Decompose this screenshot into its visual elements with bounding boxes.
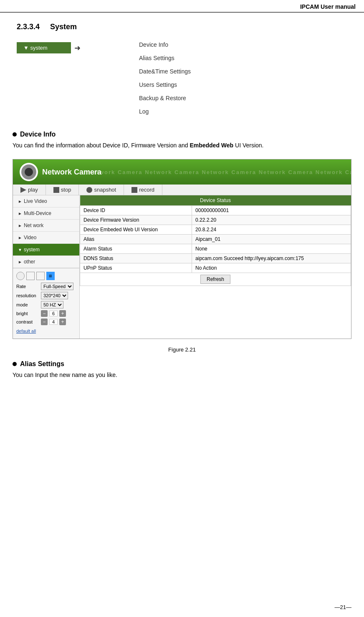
camera-logo (20, 163, 38, 181)
device-status-table: Device Status Device ID000000000001Devic… (80, 195, 351, 286)
sidebar-label-other: other (24, 259, 35, 265)
record-button[interactable]: record (124, 185, 162, 195)
snapshot-label: snapshot (94, 187, 116, 193)
stop-icon (53, 187, 59, 193)
menu-item-alias-settings[interactable]: Alias Settings (139, 51, 191, 65)
record-label: record (139, 187, 154, 193)
rate-control-row: Rate Full-Speed (16, 283, 76, 290)
menu-item-datetime-settings[interactable]: Date&Time Settings (139, 65, 191, 78)
play-label: play (28, 187, 38, 193)
view-icon-blue[interactable]: ⊞ (46, 272, 55, 280)
figure-caption: Figure 2.21 (0, 343, 364, 356)
device-table-label-2: Device Embeded Web UI Version (80, 225, 192, 235)
system-button[interactable]: ▼ system (17, 42, 71, 53)
device-status-title: Device Status (80, 195, 351, 206)
sidebar-arrow-multi: ► (18, 211, 22, 216)
view-icon-sq2[interactable] (36, 272, 45, 280)
view-icon-sq1[interactable] (26, 272, 35, 280)
table-row: Device ID000000000001 (80, 206, 351, 215)
play-icon (20, 187, 26, 193)
sidebar-item-network[interactable]: ► Net work (13, 220, 79, 232)
bullet-alias-section: Alias Settings You can Input the new nam… (0, 356, 364, 389)
record-icon (131, 187, 137, 193)
menu-arrow: ➜ (74, 43, 81, 53)
snapshot-button[interactable]: snapshot (79, 185, 124, 195)
sidebar-arrow-video: ► (18, 235, 22, 240)
page-footer: —21— (335, 604, 351, 610)
menu-item-device-info[interactable]: Device Info (139, 38, 191, 51)
sidebar-item-video[interactable]: ► Video (13, 232, 79, 244)
device-table-label-0: Device ID (80, 206, 192, 215)
camera-logo-lens (25, 168, 33, 176)
page-header: IPCAM User manual (0, 0, 364, 12)
resolution-select[interactable]: 320*240 (41, 292, 68, 299)
table-row: Device Embeded Web UI Version20.8.2.24 (80, 225, 351, 235)
sidebar-item-other[interactable]: ► other (13, 256, 79, 268)
bullet-dot (13, 132, 17, 137)
sidebar-label-network: Net work (24, 223, 43, 228)
contrast-label: contrast (16, 319, 39, 324)
refresh-button[interactable]: Refresh (200, 275, 230, 284)
rate-select[interactable]: Full-Speed (41, 283, 73, 290)
bullet-device-info-section: Device Info You can find the information… (0, 126, 364, 159)
menu-item-log[interactable]: Log (139, 105, 191, 118)
stop-label: stop (61, 187, 71, 193)
menu-item-backup-restore[interactable]: Backup & Restore (139, 91, 191, 105)
bright-minus[interactable]: − (41, 310, 48, 317)
sidebar-controls: ⊞ Rate Full-Speed resolution 320*240 mod… (13, 268, 79, 339)
camera-header: Network Camera Network Camera Network Ca… (13, 159, 351, 185)
bullet-device-info-label: Device Info (20, 131, 56, 138)
play-button[interactable]: play (13, 185, 46, 195)
sidebar-arrow-system: ▼ (18, 248, 22, 252)
bullet-alias-heading: Alias Settings (13, 360, 351, 368)
bright-value: 6 (49, 311, 58, 316)
camera-nav: play stop snapshot record (13, 185, 351, 195)
device-table-label-1: Device Firmware Version (80, 215, 192, 225)
camera-logo-inner (21, 164, 36, 180)
sidebar-arrow-other: ► (18, 260, 22, 264)
refresh-row: Refresh (80, 273, 351, 286)
device-table-label-5: DDNS Status (80, 254, 192, 263)
system-btn-area: ▼ system ➜ (17, 42, 81, 53)
device-table-value-1: 0.22.2.20 (192, 215, 351, 225)
table-row: UPnP StatusNo Action (80, 263, 351, 273)
contrast-value: 4 (49, 319, 58, 325)
resolution-control-row: resolution 320*240 (16, 292, 76, 299)
device-table-value-6: No Action (192, 263, 351, 273)
sidebar-item-multi-device[interactable]: ► Multi-Device (13, 207, 79, 220)
device-table-label-4: Alarm Status (80, 244, 192, 254)
bullet-device-info-heading: Device Info (13, 131, 351, 138)
device-table-label-6: UPnP Status (80, 263, 192, 273)
table-row: Device Firmware Version0.22.2.20 (80, 215, 351, 225)
bullet-dot-2 (13, 362, 17, 366)
system-button-label: ▼ system (23, 45, 48, 51)
watermark-text: Network Camera Network Camera Network Ca… (88, 169, 351, 175)
manual-title: IPCAM User manual (300, 3, 356, 10)
bullet-device-info-text: You can find the information about Devic… (13, 141, 351, 150)
contrast-minus[interactable]: − (41, 319, 48, 325)
sidebar-label-system: system (24, 247, 40, 253)
section-heading: 2.3.3.4 System (0, 13, 364, 38)
page-number: —21— (335, 604, 351, 610)
device-table-value-5: aipcam.com Succeed http://lyey.aipcam.co… (192, 254, 351, 263)
contrast-plus[interactable]: + (59, 319, 66, 325)
mode-control-row: mode 50 HZ (16, 301, 76, 308)
bright-plus[interactable]: + (59, 310, 66, 317)
sidebar-item-live-video[interactable]: ► Live Video (13, 195, 79, 207)
mode-select[interactable]: 50 HZ (41, 301, 63, 308)
sidebar-label-multi-device: Multi-Device (24, 210, 51, 216)
table-row: DDNS Statusaipcam.com Succeed http://lye… (80, 254, 351, 263)
camera-body: ► Live Video ► Multi-Device ► Net work ►… (13, 195, 351, 339)
device-table-value-3: Aipcam_01 (192, 235, 351, 244)
default-all-link[interactable]: default all (16, 327, 76, 335)
section-title: System (50, 23, 77, 31)
device-table-value-0: 000000000001 (192, 206, 351, 215)
table-row: AliasAipcam_01 (80, 235, 351, 244)
stop-button[interactable]: stop (46, 185, 79, 195)
sidebar-arrow-network: ► (18, 223, 22, 228)
view-icon-circle[interactable] (16, 272, 25, 280)
sidebar-item-system[interactable]: ▼ system (13, 244, 79, 256)
menu-item-users-settings[interactable]: Users Settings (139, 78, 191, 91)
device-table-value-2: 20.8.2.24 (192, 225, 351, 235)
view-icons: ⊞ (16, 272, 76, 280)
